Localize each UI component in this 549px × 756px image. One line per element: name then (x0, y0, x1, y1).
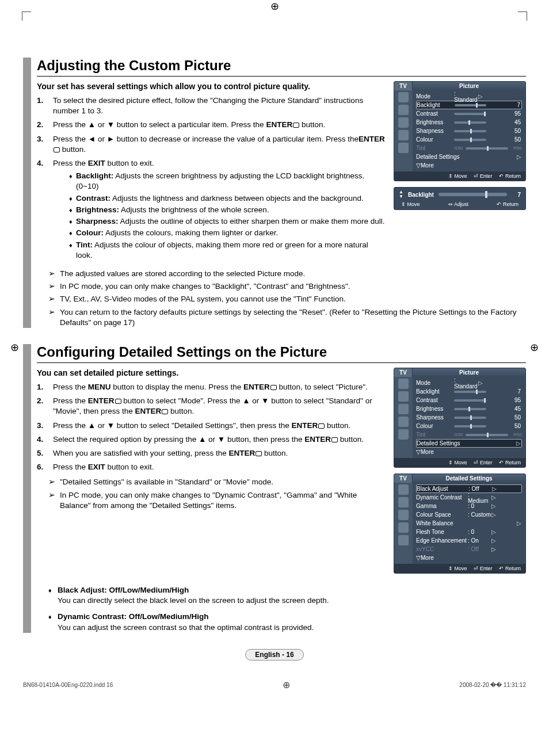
updown-icon: ▲▼ (399, 190, 403, 199)
notes-list: "Detailed Settings" is available in "Sta… (37, 477, 386, 511)
suboptions-list: Black Adjust: Off/Low/Medium/HighYou can… (37, 585, 526, 633)
enter-icon (115, 399, 121, 404)
osd-hint-move: ⇕ Move (401, 201, 420, 207)
enter-icon (162, 409, 168, 414)
osd-category-icons (394, 90, 413, 171)
chevron-right-icon: ▷ (516, 520, 522, 526)
step-6: Press the EXIT button to exit. (37, 462, 386, 472)
osd-picture-panel: TV Picture Mode: Standard▷ Backlight7 Co… (394, 81, 526, 181)
chevron-right-icon: ▷ (491, 546, 497, 552)
osd-row-mode: Mode: Standard▷ (416, 92, 522, 101)
chevron-right-icon: ▷ (491, 529, 497, 535)
print-timestamp: 2008-02-20 �� 11:31:12 (459, 682, 526, 688)
enter-icon (270, 385, 277, 390)
note-4: You can return to the factory defaults p… (48, 307, 526, 328)
osd-row-colour: Colour50 (416, 135, 522, 144)
osd-hint-enter: ⏎ Enter (474, 173, 492, 179)
osd-category-icons (394, 483, 413, 564)
osd-row-flesh-tone: Flesh Tone: 0▷ (416, 528, 522, 536)
osd-row-edge-enhancement: Edge Enhancement: On▷ (416, 536, 522, 545)
subopt-black-adjust: Black Adjust: Off/Low/Medium/HighYou can… (48, 585, 526, 606)
print-file: BN68-01410A-00Eng-0220.indd 16 (23, 682, 113, 688)
chevron-right-icon: ▷ (516, 154, 522, 160)
note-3: TV, Ext., AV, S-Video modes of the PAL s… (48, 294, 526, 304)
chevron-right-icon: ▷ (478, 380, 483, 386)
crop-mark-left-icon: ⊕ (10, 341, 19, 354)
osd-hint-return: ↶ Return (499, 173, 521, 179)
chevron-right-icon: ▷ (478, 93, 483, 100)
osd-row-detailed-settings: Detailed Settings▷ (416, 439, 522, 448)
enter-icon (54, 147, 60, 152)
bullets-list: Backlight: Adjusts the screen brightness… (53, 171, 386, 261)
note-1: "Detailed Settings" is available in "Sta… (48, 477, 386, 487)
note-2: In PC mode, you can only make changes to… (48, 281, 526, 292)
section-intro: You can set detailed picture settings. (37, 368, 386, 379)
osd-hint-adjust: ⇔ Adjust (448, 201, 468, 207)
osd-tv-label: TV (394, 474, 413, 483)
osd-tv-label: TV (394, 368, 413, 377)
osd-row-gamma: Gamma: 0▷ (416, 502, 522, 510)
osd-title: Picture (413, 368, 525, 377)
osd-row-more: ▽More (416, 161, 522, 170)
step-3: Press the ◄ or ► button to decrease or i… (37, 134, 386, 155)
enter-icon (318, 423, 325, 429)
osd-row-sharpness: Sharpness50 (416, 127, 522, 135)
chevron-right-icon: ▷ (491, 503, 497, 509)
section-configuring-detailed-settings: Configuring Detailed Settings on the Pic… (23, 344, 526, 633)
notes-list: The adjusted values are stored according… (37, 269, 526, 328)
step-5: When you are satisfied with your setting… (37, 448, 386, 459)
step-4: Select the required option by pressing t… (37, 434, 386, 445)
section-intro: Your set has several settings which allo… (37, 81, 386, 92)
osd-hint-return: ↶ Return (497, 201, 518, 207)
osd-footer: ⇕ Move ⏎ Enter ↶ Return (394, 171, 525, 181)
osd-row-brightness: Brightness45 (416, 118, 522, 127)
chevron-right-icon: ▷ (491, 494, 497, 501)
osd-row-detailed-settings: Detailed Settings▷ (416, 152, 522, 161)
enter-icon (331, 437, 338, 442)
osd-row-more: ▽More (416, 553, 522, 562)
page-number-pill: English - 16 (245, 649, 303, 660)
osd-hint-move: ⇕ Move (448, 173, 467, 179)
steps-list: To select the desired picture effect, fo… (37, 96, 386, 261)
osd-row-contrast: Contrast95 (416, 109, 522, 118)
crop-mark-top-icon: ⊕ (270, 0, 279, 13)
osd-category-icons (394, 377, 413, 458)
crop-mark-bottom-icon: ⊕ (283, 679, 290, 690)
step-1: Press the MENU button to display the men… (37, 382, 386, 392)
osd-tv-label: TV (394, 82, 413, 90)
print-metadata: BN68-01410A-00Eng-0220.indd 16 ⊕ 2008-02… (23, 679, 526, 690)
section-title: Adjusting the Custom Picture (37, 58, 526, 77)
section-title: Configuring Detailed Settings on the Pic… (37, 344, 526, 363)
osd-row-white-balance: White Balance▷ (416, 519, 522, 528)
adjust-value: 7 (512, 192, 521, 198)
step-2: Press the ▲ or ▼ button to select a part… (37, 120, 386, 130)
osd-title: Detailed Settings (413, 474, 525, 483)
osd-row-tint: TintG50R50 (416, 144, 522, 152)
section-adjusting-custom-picture: Adjusting the Custom Picture Your set ha… (23, 58, 526, 328)
step-1: To select the desired picture effect, fo… (37, 96, 386, 116)
chevron-right-icon: ▷ (491, 537, 497, 544)
adjust-label: Backlight (408, 192, 434, 198)
osd-row-dynamic-contrast: Dynamic Contrast: Medium▷ (416, 493, 522, 502)
step-2: Press the ENTER button to select "Mode".… (37, 396, 386, 417)
osd-picture-panel-2: TV Picture Mode: Standard▷ Backlight7 Co… (394, 368, 526, 468)
step-4: Press the EXIT button to exit. Backlight… (37, 158, 386, 261)
enter-icon (293, 123, 299, 128)
osd-detailed-settings-panel: TV Detailed Settings Black Adjust: Off▷ … (394, 474, 526, 574)
chevron-right-icon: ▷ (516, 440, 521, 446)
note-2: In PC mode, you can only make changes to… (48, 490, 386, 511)
osd-row-xvycc: xvYCC: Off▷ (416, 545, 522, 553)
osd-adjust-panel: ▲▼ Backlight 7 ⇕ Move ⇔ Adjust ↶ Return (394, 187, 526, 210)
note-1: The adjusted values are stored according… (48, 269, 526, 279)
chevron-right-icon: ▷ (491, 486, 497, 492)
step-3: Press the ▲ or ▼ button to select "Detai… (37, 421, 386, 431)
subopt-dynamic-contrast: Dynamic Contrast: Off/Low/Medium/HighYou… (48, 612, 526, 632)
crop-mark-right-icon: ⊕ (530, 341, 539, 354)
adjust-slider (439, 193, 507, 196)
page-footer: English - 16 (23, 649, 526, 660)
enter-icon (256, 451, 262, 456)
crop-corner-tr (518, 12, 527, 21)
steps-list: Press the MENU button to display the men… (37, 382, 386, 473)
osd-row-colour-space: Colour Space: Custom▷ (416, 510, 522, 519)
crop-corner-tl (22, 12, 31, 21)
